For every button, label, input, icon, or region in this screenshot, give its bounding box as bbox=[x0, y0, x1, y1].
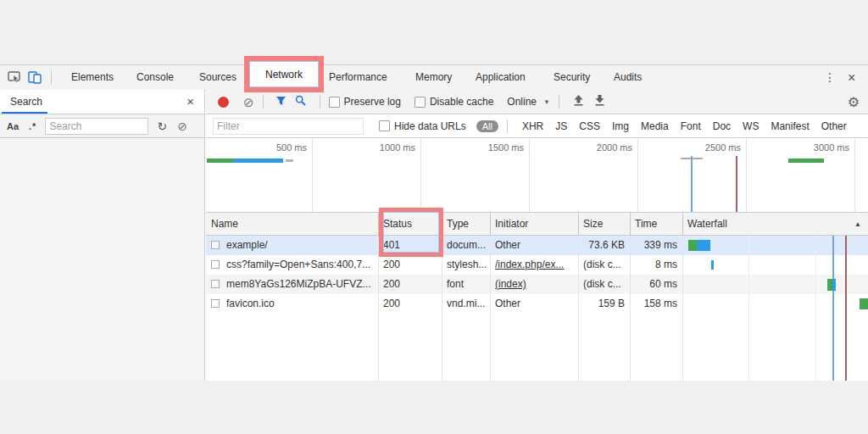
tab-performance[interactable]: Performance bbox=[329, 65, 387, 90]
filter-type-doc[interactable]: Doc bbox=[713, 120, 731, 132]
tab-elements[interactable]: Elements bbox=[71, 65, 114, 90]
column-header-name[interactable]: Name bbox=[206, 213, 378, 236]
search-close-icon[interactable]: × bbox=[186, 90, 194, 114]
network-filter-bar: Hide data URLs All XHR JS CSS Img Media … bbox=[206, 114, 868, 138]
column-divider[interactable] bbox=[442, 213, 442, 236]
preserve-log-checkbox[interactable] bbox=[329, 97, 340, 108]
column-divider[interactable] bbox=[630, 213, 631, 236]
tab-memory[interactable]: Memory bbox=[415, 65, 452, 90]
kebab-menu-icon[interactable]: ⋮ bbox=[824, 65, 836, 90]
column-grid-line bbox=[630, 236, 631, 381]
filter-funnel-icon[interactable] bbox=[275, 96, 287, 108]
import-har-icon[interactable] bbox=[573, 95, 584, 108]
cell-status: 200 bbox=[383, 294, 436, 314]
search-input[interactable] bbox=[45, 118, 148, 135]
clear-search-icon[interactable]: ⊘ bbox=[177, 120, 187, 133]
filter-type-other[interactable]: Other bbox=[821, 120, 847, 132]
overview-request-bar bbox=[788, 159, 824, 163]
filter-type-all[interactable]: All bbox=[476, 120, 498, 132]
cell-name[interactable]: example/ bbox=[226, 236, 376, 255]
dom-content-loaded-line bbox=[832, 236, 834, 381]
table-row-favicon[interactable]: favicon.ico 200 vnd.mi... Other 159 B 15… bbox=[206, 294, 868, 314]
filter-type-img[interactable]: Img bbox=[612, 120, 629, 132]
tab-sources[interactable]: Sources bbox=[199, 65, 236, 90]
waterfall-bar[interactable] bbox=[697, 240, 710, 251]
filter-type-media[interactable]: Media bbox=[641, 120, 669, 132]
column-divider[interactable] bbox=[490, 213, 491, 236]
cell-initiator-link[interactable]: (index) bbox=[495, 275, 576, 294]
resource-checkbox[interactable] bbox=[211, 280, 220, 288]
filter-type-manifest[interactable]: Manifest bbox=[771, 120, 809, 132]
table-row-css[interactable]: css?family=Open+Sans:400,7... 200 styles… bbox=[206, 255, 868, 275]
column-header-type[interactable]: Type bbox=[442, 213, 490, 236]
overview-request-bar bbox=[207, 159, 233, 163]
disable-cache-checkbox[interactable] bbox=[415, 97, 426, 108]
cell-type: docum... bbox=[447, 236, 489, 255]
grid-line bbox=[637, 138, 638, 212]
cell-initiator: Other bbox=[495, 236, 576, 255]
table-row-font[interactable]: mem8YaGs126MiZpBA-UFVZ... 200 font (inde… bbox=[206, 275, 868, 294]
cell-time: 158 ms bbox=[630, 294, 677, 314]
inspect-element-icon[interactable] bbox=[8, 71, 21, 86]
hide-data-urls-checkbox[interactable] bbox=[379, 120, 390, 131]
waterfall-bar[interactable] bbox=[711, 260, 714, 270]
column-divider[interactable] bbox=[378, 213, 379, 236]
resource-checkbox[interactable] bbox=[211, 241, 220, 249]
cell-size: 73.6 KB bbox=[578, 236, 625, 255]
cell-status: 200 bbox=[383, 255, 436, 275]
cell-type: font bbox=[447, 275, 489, 294]
cell-time: 339 ms bbox=[630, 236, 677, 255]
resource-checkbox[interactable] bbox=[211, 299, 220, 308]
throttling-select[interactable]: Online bbox=[507, 96, 537, 108]
resource-checkbox[interactable] bbox=[211, 260, 220, 269]
waterfall-bar[interactable] bbox=[832, 279, 836, 291]
clear-network-log-icon[interactable]: ⊘ bbox=[243, 96, 254, 108]
refresh-icon[interactable]: ↻ bbox=[157, 120, 167, 133]
cell-time: 60 ms bbox=[630, 275, 677, 294]
column-header-status[interactable]: Status bbox=[378, 213, 442, 236]
table-row-example[interactable]: example/ 401 docum... Other 73.6 KB 339 … bbox=[206, 236, 868, 255]
filter-type-js[interactable]: JS bbox=[555, 120, 567, 132]
column-header-initiator[interactable]: Initiator bbox=[490, 213, 578, 236]
tab-network[interactable]: Network bbox=[265, 69, 303, 81]
hide-data-urls-label: Hide data URLs bbox=[394, 120, 466, 132]
gear-icon[interactable]: ⚙ bbox=[848, 94, 860, 110]
match-case-icon[interactable]: Aa bbox=[7, 121, 19, 131]
tab-console[interactable]: Console bbox=[136, 65, 174, 90]
column-header-waterfall[interactable]: Waterfall bbox=[682, 213, 868, 236]
regex-icon[interactable]: .* bbox=[29, 121, 36, 131]
cell-name[interactable]: css?family=Open+Sans:400,7... bbox=[226, 255, 376, 275]
export-har-icon[interactable] bbox=[594, 95, 605, 108]
filter-type-ws[interactable]: WS bbox=[743, 120, 759, 132]
column-header-time[interactable]: Time bbox=[630, 213, 682, 236]
grid-line bbox=[312, 138, 313, 212]
record-icon[interactable] bbox=[218, 97, 229, 108]
search-results-area bbox=[0, 138, 205, 381]
tab-security[interactable]: Security bbox=[554, 65, 590, 90]
highlight-box-network-tab[interactable]: Network bbox=[244, 56, 324, 92]
device-toolbar-icon[interactable] bbox=[28, 71, 42, 86]
close-devtools-icon[interactable]: × bbox=[848, 65, 855, 90]
toolbar-divider bbox=[507, 120, 508, 133]
cell-size: (disk c... bbox=[578, 275, 625, 294]
sort-ascending-icon[interactable]: ▲ bbox=[854, 213, 861, 236]
column-divider[interactable] bbox=[578, 213, 579, 236]
waterfall-bar[interactable] bbox=[860, 298, 868, 309]
tab-audits[interactable]: Audits bbox=[614, 65, 642, 90]
column-grid-line bbox=[442, 236, 442, 381]
filter-input[interactable] bbox=[213, 118, 364, 135]
network-overview-timeline[interactable]: 500 ms 1000 ms 1500 ms 2000 ms 2500 ms 3… bbox=[206, 138, 868, 213]
filter-type-css[interactable]: CSS bbox=[579, 120, 600, 132]
filter-type-font[interactable]: Font bbox=[681, 120, 701, 132]
dom-content-loaded-line bbox=[691, 156, 693, 212]
search-network-icon[interactable] bbox=[295, 95, 306, 108]
tab-application[interactable]: Application bbox=[476, 65, 526, 90]
cell-name[interactable]: mem8YaGs126MiZpBA-UFVZ... bbox=[226, 275, 376, 294]
cell-name[interactable]: favicon.ico bbox=[226, 294, 376, 314]
filter-type-xhr[interactable]: XHR bbox=[522, 120, 543, 132]
column-header-size[interactable]: Size bbox=[578, 213, 630, 236]
waterfall-bar[interactable] bbox=[688, 240, 697, 251]
column-divider[interactable] bbox=[682, 213, 683, 236]
cell-initiator-link[interactable]: /index.php/ex... bbox=[495, 255, 576, 275]
chevron-down-icon[interactable]: ▼ bbox=[543, 98, 550, 106]
